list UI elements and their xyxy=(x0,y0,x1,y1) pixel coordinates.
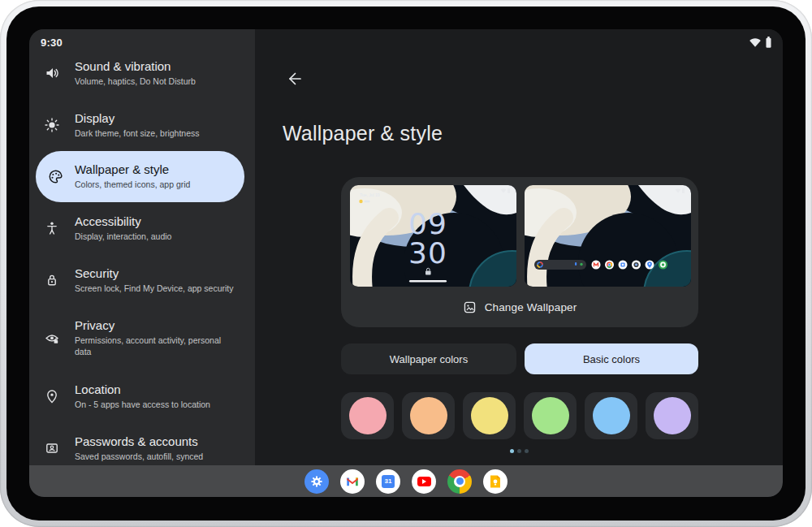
sidebar-item-passwords[interactable]: Passwords & accounts Saved passwords, au… xyxy=(29,422,255,465)
page-dot[interactable] xyxy=(517,449,521,453)
change-wallpaper-button[interactable]: Change Wallpaper xyxy=(341,287,698,327)
swatch-page-dots xyxy=(255,449,783,453)
youtube-app-icon[interactable] xyxy=(412,469,436,494)
sidebar-item-location[interactable]: Location On - 5 apps have access to loca… xyxy=(29,370,255,422)
swatch-circle xyxy=(471,397,508,434)
settings-nav: Sound & vibration Volume, haptics, Do No… xyxy=(29,47,255,465)
accessibility-icon xyxy=(29,220,75,236)
tablet-screen: 9:30 Sound & vibration Volume, haptics, … xyxy=(29,29,783,497)
tablet-bezel: 9:30 Sound & vibration Volume, haptics, … xyxy=(6,6,806,521)
item-title: Location xyxy=(75,382,247,398)
homescreen-wallpaper-preview[interactable] xyxy=(525,185,691,287)
screenshot-stage: 9:30 Sound & vibration Volume, haptics, … xyxy=(0,0,812,527)
lock-date-text: Tue, Jul 19 xyxy=(360,192,380,197)
item-title: Sound & vibration xyxy=(75,59,247,75)
keep-note-icon xyxy=(489,474,502,489)
settings-app-icon[interactable] xyxy=(304,469,329,494)
lock-clock-minutes: 30 xyxy=(408,236,447,270)
item-subtitle: Display, interaction, audio xyxy=(75,231,237,243)
page-title: Wallpaper & style xyxy=(283,122,443,145)
gear-icon xyxy=(309,473,325,490)
keep-app-icon[interactable] xyxy=(483,469,508,494)
taskbar: 31 xyxy=(29,465,783,497)
gmail-m-icon xyxy=(345,476,360,487)
color-source-tabs: Wallpaper colors Basic colors xyxy=(341,343,698,374)
wifi-icon xyxy=(749,37,762,48)
status-icons xyxy=(749,36,772,49)
sidebar-item-security[interactable]: Security Screen lock, Find My Device, ap… xyxy=(29,254,255,306)
gmail-app-icon[interactable] xyxy=(340,469,365,494)
item-subtitle: Volume, haptics, Do Not Disturb xyxy=(75,76,237,88)
weather-icon xyxy=(359,200,362,203)
display-brightness-icon xyxy=(29,117,75,133)
chrome-logo-icon xyxy=(454,476,465,487)
battery-icon xyxy=(765,36,772,49)
youtube-play-icon xyxy=(417,477,431,486)
item-subtitle: On - 5 apps have access to location xyxy=(75,400,237,411)
item-subtitle: Screen lock, Find My Device, app securit… xyxy=(75,283,237,295)
color-swatch-purple[interactable] xyxy=(646,392,698,439)
home-indicator-bar xyxy=(409,280,447,283)
wallpaper-preview-card: Tue, Jul 19 09 30 xyxy=(341,177,698,327)
chrome-app-icon[interactable] xyxy=(447,469,472,494)
item-title: Passwords & accounts xyxy=(75,434,247,450)
color-swatch-pink[interactable] xyxy=(341,392,394,439)
swatch-circle xyxy=(349,397,387,434)
swatch-circle xyxy=(410,397,447,434)
calendar-app-icon[interactable]: 31 xyxy=(376,469,400,494)
basic-color-swatches xyxy=(341,392,698,439)
privacy-eye-icon xyxy=(29,330,75,347)
item-title: Wallpaper & style xyxy=(75,162,236,178)
back-arrow-icon xyxy=(287,71,303,87)
wallpaper-picture-icon xyxy=(463,300,477,314)
color-swatch-blue[interactable] xyxy=(585,392,637,439)
sidebar-item-accessibility[interactable]: Accessibility Display, interaction, audi… xyxy=(29,202,255,254)
mini-search-bar xyxy=(534,260,586,270)
palette-icon xyxy=(36,168,75,185)
back-button[interactable] xyxy=(282,66,308,92)
tab-basic-colors[interactable]: Basic colors xyxy=(525,343,698,374)
lockscreen-wallpaper-preview[interactable]: Tue, Jul 19 09 30 xyxy=(350,185,516,287)
page-dot[interactable] xyxy=(525,449,529,453)
sidebar-item-privacy[interactable]: Privacy Permissions, account activity, p… xyxy=(29,306,255,370)
swatch-circle xyxy=(593,397,630,434)
sidebar-item-display[interactable]: Display Dark theme, font size, brightnes… xyxy=(29,99,255,151)
change-wallpaper-label: Change Wallpaper xyxy=(485,301,577,313)
sidebar-item-sound[interactable]: Sound & vibration Volume, haptics, Do No… xyxy=(29,47,255,99)
item-subtitle: Saved passwords, autofill, synced xyxy=(75,451,237,463)
wallpaper-style-pane: Wallpaper & style Tue, Jul 19 09 30 xyxy=(255,29,783,465)
item-subtitle: Dark theme, font size, brightness xyxy=(75,128,237,140)
id-card-icon xyxy=(29,440,75,456)
lock-clock-hours: 09 xyxy=(408,207,447,240)
settings-sidebar: 9:30 Sound & vibration Volume, haptics, … xyxy=(29,29,255,465)
color-swatch-peach[interactable] xyxy=(402,392,455,439)
swatch-circle xyxy=(532,397,569,434)
volume-icon xyxy=(29,65,75,81)
tablet-device: 9:30 Sound & vibration Volume, haptics, … xyxy=(0,0,812,527)
lock-icon xyxy=(29,272,75,288)
color-swatch-yellow[interactable] xyxy=(463,392,516,439)
color-swatch-green[interactable] xyxy=(524,392,577,439)
item-title: Privacy xyxy=(75,318,247,334)
calendar-31-icon: 31 xyxy=(382,475,395,488)
location-pin-icon xyxy=(29,388,75,404)
item-subtitle: Permissions, account activity, personal … xyxy=(75,335,237,357)
item-title: Display xyxy=(75,111,247,127)
swatch-circle xyxy=(654,397,691,434)
item-title: Accessibility xyxy=(75,214,247,230)
item-title: Security xyxy=(75,266,247,282)
sidebar-item-wallpaper-style[interactable]: Wallpaper & style Colors, themed icons, … xyxy=(36,151,244,202)
page-dot[interactable] xyxy=(510,449,514,453)
item-subtitle: Colors, themed icons, app grid xyxy=(75,179,236,191)
tab-wallpaper-colors[interactable]: Wallpaper colors xyxy=(341,343,516,374)
